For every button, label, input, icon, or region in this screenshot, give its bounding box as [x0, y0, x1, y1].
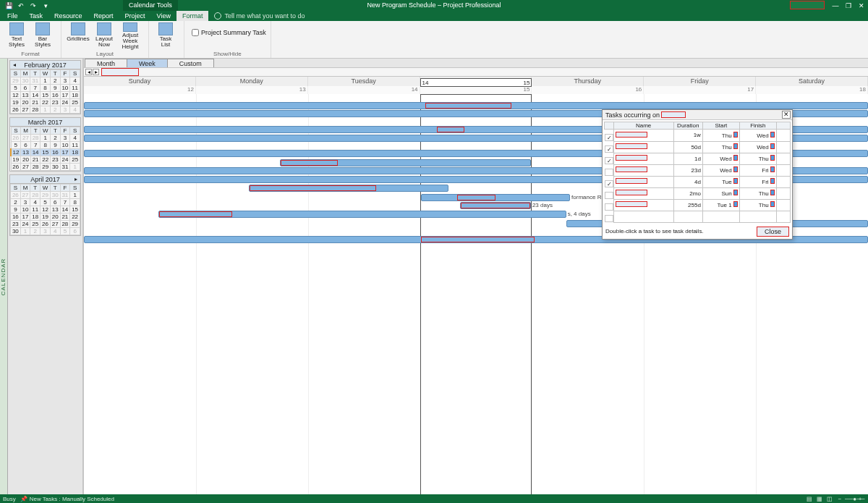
day-cell[interactable]: 11 [30, 206, 41, 214]
day-cell[interactable]: 30 [51, 164, 61, 171]
row-scroll[interactable] [776, 141, 790, 153]
day-cell[interactable]: 14 [60, 206, 70, 214]
row-checkmark[interactable]: ✓ [605, 180, 613, 187]
day-cell[interactable]: 2 [50, 106, 60, 114]
tasks-table[interactable]: NameDurationStartFinish ✓1wThu Wed ✓50dT… [604, 122, 791, 223]
table-header[interactable]: Finish [739, 122, 776, 130]
view-tab-month[interactable]: Month [85, 59, 127, 67]
day-cell[interactable]: 5 [11, 85, 21, 92]
zoom-in-icon[interactable]: + [855, 496, 865, 502]
row-checkmark[interactable] [605, 192, 613, 199]
day-cell[interactable]: 21 [30, 156, 41, 164]
day-cell[interactable]: 18 [30, 214, 41, 221]
ribbon-tab-report[interactable]: Report [88, 11, 119, 21]
next-week-icon[interactable]: ▸ [93, 69, 99, 75]
day-cell[interactable]: 26 [11, 192, 21, 199]
row-checkmark[interactable]: ✓ [605, 134, 613, 141]
prev-month-icon[interactable]: ◂ [12, 61, 17, 69]
mini-calendar[interactable]: ◂February 2017SMTWTFS2930311234567891011… [9, 60, 81, 114]
day-cell[interactable]: 31 [60, 164, 70, 171]
day-cell[interactable]: 13 [20, 92, 30, 99]
view-rail[interactable]: CALENDAR [0, 59, 8, 494]
ribbon-tab-task[interactable]: Task [24, 11, 49, 21]
table-row[interactable]: ✓50dThu Wed [605, 141, 791, 153]
day-cell[interactable]: 3 [41, 228, 51, 235]
day-cell[interactable]: 28 [30, 192, 41, 199]
task-bar[interactable] [158, 211, 566, 218]
day-cell[interactable]: 23 [51, 156, 61, 164]
day-cell[interactable]: 2 [11, 199, 21, 206]
ribbon-tab-file[interactable]: File [1, 11, 24, 21]
day-cell[interactable]: 21 [30, 99, 41, 106]
day-cell[interactable]: 23 [11, 221, 21, 228]
day-cell[interactable]: 15 [41, 92, 51, 99]
task-bar[interactable] [280, 159, 531, 166]
tasks-occurring-dialog[interactable]: Tasks occurring on ✕ NameDurationStartFi… [602, 109, 793, 240]
row-name[interactable] [613, 164, 673, 176]
day-cell[interactable]: 3 [20, 199, 30, 206]
day-cell[interactable]: 20 [20, 99, 30, 106]
day-cell[interactable]: 12 [11, 92, 21, 99]
day-cell[interactable]: 25 [70, 99, 80, 106]
day-cell[interactable]: 28 [60, 221, 70, 228]
day-cell[interactable]: 28 [30, 135, 41, 142]
row-checkmark[interactable]: ✓ [605, 145, 613, 153]
day-cell[interactable]: 24 [20, 221, 30, 228]
day-cell[interactable]: 13 [21, 149, 31, 156]
day-cell[interactable]: 12 [41, 206, 51, 214]
minimize-icon[interactable]: — [829, 0, 842, 11]
table-row[interactable]: 23dWed Fri [605, 164, 791, 176]
view-calendar-icon[interactable]: ▦ [814, 496, 825, 502]
day-cell[interactable]: 28 [30, 164, 41, 171]
view-network-icon[interactable]: ◫ [825, 496, 835, 502]
day-cell[interactable]: 1 [41, 77, 51, 85]
day-cell[interactable]: 7 [60, 199, 70, 206]
mini-calendar[interactable]: March 2017SMTWTFS26272812345678910111213… [9, 117, 81, 172]
row-scroll[interactable] [776, 164, 790, 176]
view-tab-custom[interactable]: Custom [167, 59, 214, 67]
day-cell[interactable]: 3 [60, 135, 70, 142]
row-name[interactable] [613, 141, 673, 153]
project-summary-task-checkbox[interactable]: Project Summary Task [189, 27, 266, 38]
day-cell[interactable]: 26 [11, 164, 21, 171]
table-row[interactable]: ✓1dWed Thu [605, 153, 791, 164]
task-bar[interactable] [460, 202, 531, 209]
day-cell[interactable]: 27 [21, 164, 31, 171]
day-cell[interactable]: 6 [50, 199, 60, 206]
sign-in-button[interactable] [790, 1, 825, 9]
day-cell[interactable]: 12 [11, 149, 21, 156]
day-cell[interactable]: 30 [20, 77, 30, 85]
row-checkmark[interactable] [605, 169, 613, 176]
next-month-icon[interactable]: ▸ [73, 175, 79, 184]
day-cell[interactable]: 17 [20, 214, 30, 221]
row-scroll[interactable] [776, 130, 790, 142]
dialog-title-bar[interactable]: Tasks occurring on ✕ [603, 110, 792, 120]
day-cell[interactable]: 27 [20, 106, 30, 114]
day-cell[interactable]: 5 [11, 142, 21, 149]
day-cell[interactable]: 8 [41, 85, 51, 92]
day-cell[interactable]: 22 [41, 156, 51, 164]
day-cell[interactable]: 1 [70, 164, 80, 171]
ribbon-btn-bar-styles[interactable]: BarStyles [30, 22, 55, 50]
table-header[interactable]: Name [613, 122, 673, 130]
day-cell[interactable]: 10 [60, 142, 70, 149]
day-cell[interactable]: 27 [21, 135, 31, 142]
day-cell[interactable]: 4 [70, 135, 80, 142]
ribbon-tab-project[interactable]: Project [119, 11, 151, 21]
row-scroll[interactable] [776, 187, 790, 199]
day-cell[interactable]: 1 [41, 135, 51, 142]
day-cell[interactable]: 14 [30, 149, 41, 156]
ribbon-btn-adjust-week-height[interactable]: Adjust WeekHeight [118, 22, 142, 50]
day-cell[interactable]: 2 [50, 77, 60, 85]
day-cell[interactable]: 8 [70, 199, 80, 206]
ribbon-btn-layout-now[interactable]: LayoutNow [92, 22, 116, 50]
mini-calendar-header[interactable]: March 2017 [10, 118, 80, 127]
day-cell[interactable]: 29 [70, 221, 80, 228]
day-cell[interactable]: 1 [70, 192, 80, 199]
close-icon[interactable]: ✕ [855, 0, 868, 11]
restore-icon[interactable]: ❐ [842, 0, 855, 11]
day-cell[interactable]: 6 [70, 228, 80, 235]
prev-week-icon[interactable]: ◂ [85, 69, 92, 75]
day-cell[interactable]: 29 [11, 77, 21, 85]
mini-calendar[interactable]: April 2017▸SMTWTFS2627282930311234567891… [9, 174, 81, 236]
